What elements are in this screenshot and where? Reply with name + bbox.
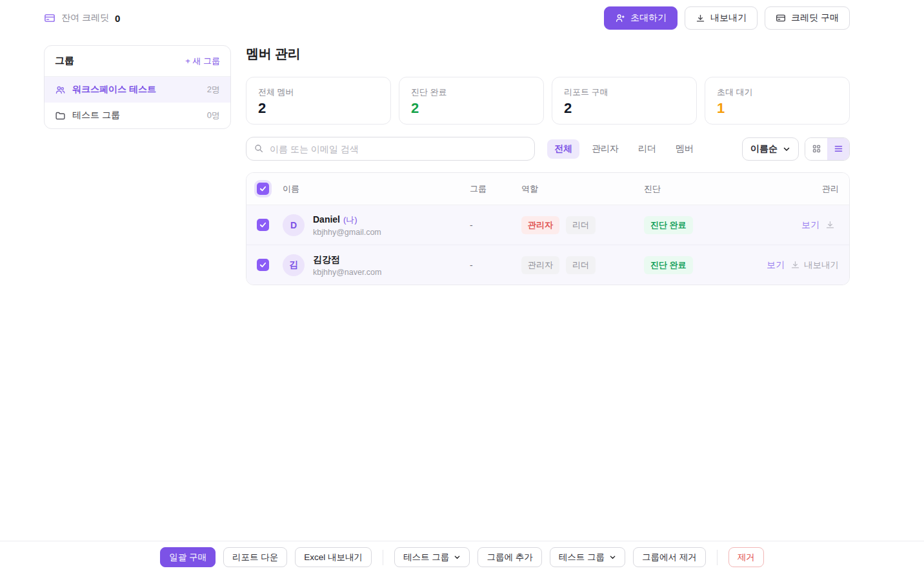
controls-right: 이름순 [742,137,850,161]
remove-from-group-button[interactable]: 그룹에서 제거 [633,547,706,567]
excel-export-button[interactable]: Excel 내보내기 [295,547,372,567]
group-select-remove[interactable]: 테스트 그룹 [550,547,625,567]
stat-card-invite-pending: 초대 대기 1 [705,77,850,125]
column-header-role: 역할 [521,183,644,195]
stat-card-total-members: 전체 멤버 2 [246,77,391,125]
sidebar-item-test-group[interactable]: 테스트 그룹 0명 [45,103,230,128]
bulk-buy-button[interactable]: 일괄 구매 [160,547,216,567]
export-button-label: 내보내기 [710,12,747,24]
credit-card-icon [776,13,786,23]
chevron-down-icon [454,554,461,561]
stat-value: 2 [411,100,532,117]
list-icon [834,144,843,154]
divider [383,550,383,565]
member-table: 이름 그룹 역할 진단 관리 D Da [246,172,850,285]
stat-value: 2 [258,100,379,117]
stat-card-diagnosis-complete: 진단 완료 2 [399,77,544,125]
page-title: 멤버 관리 [246,45,850,63]
column-header-manage: 관리 [747,183,849,195]
bulk-action-bar: 일괄 구매 리포트 다운 Excel 내보내기 테스트 그룹 그룹에 추가 테스… [0,541,924,573]
users-icon [55,85,66,96]
view-report-link[interactable]: 보기 [767,259,785,271]
filter-tab-member[interactable]: 멤버 [668,139,701,159]
export-button[interactable]: 내보내기 [685,6,758,30]
main-panel: 멤버 관리 전체 멤버 2 진단 완료 2 리포트 구매 2 초대 대기 1 [246,45,850,285]
group-sidebar: 그룹 + 새 그룹 워크스페이스 테스트 2명 테스트 그룹 [44,45,231,129]
role-badges: 관리자 리더 [521,256,644,274]
column-header-group: 그룹 [470,183,521,195]
chevron-down-icon [783,145,790,153]
role-badge-admin[interactable]: 관리자 [521,256,559,274]
buy-credit-button-label: 크레딧 구매 [791,12,839,24]
filter-tab-admin[interactable]: 관리자 [585,139,626,159]
sort-select[interactable]: 이름순 [742,137,799,161]
sort-select-value: 이름순 [750,143,778,155]
search-icon [254,143,264,154]
chevron-down-icon [609,554,616,561]
group-select-remove-value: 테스트 그룹 [559,552,605,563]
credit-card-icon [44,12,55,24]
table-row: 김 김강점 kbjhhy@naver.com - 관리자 리더 진단 완료 [246,245,849,285]
group-select-add-value: 테스트 그룹 [403,552,449,563]
role-badge-admin[interactable]: 관리자 [521,216,559,234]
stat-value: 2 [564,100,685,117]
member-name-suffix: (나) [343,215,357,225]
download-icon [825,220,835,230]
download-icon [790,260,800,270]
avatar: 김 [283,254,305,276]
grid-view-button[interactable] [805,138,827,160]
user-plus-icon [615,13,625,23]
column-header-diagnosis: 진단 [644,183,747,195]
grid-icon [812,144,821,154]
avatar: D [283,214,305,236]
diagnosis-status-badge: 진단 완료 [644,256,693,274]
report-download-button[interactable]: 리포트 다운 [223,547,287,567]
select-all-checkbox[interactable] [257,183,269,195]
view-report-link[interactable]: 보기 [801,219,819,231]
stat-label: 전체 멤버 [258,86,379,98]
invite-button[interactable]: 초대하기 [604,6,678,30]
manage-cell: 보기 내보내기 [747,259,849,271]
row-checkbox[interactable] [257,259,269,271]
table-row: D Daniel(나) kbjhhy@gmail.com - 관리자 리더 진단… [246,205,849,245]
divider [717,550,718,565]
row-export-button[interactable] [825,220,839,230]
member-name: 김강점 [313,254,340,265]
diagnosis-cell: 진단 완료 [644,256,747,274]
member-cell: D Daniel(나) kbjhhy@gmail.com [283,214,470,237]
group-member-count: 2명 [207,84,220,96]
sidebar-header: 그룹 + 새 그룹 [45,46,230,77]
topbar-actions: 초대하기 내보내기 크레딧 구매 [604,6,850,30]
buy-credit-button[interactable]: 크레딧 구매 [765,6,850,30]
row-export-button[interactable]: 내보내기 [790,259,839,271]
invite-button-label: 초대하기 [630,12,667,24]
filter-tab-leader[interactable]: 리더 [631,139,663,159]
role-badge-leader[interactable]: 리더 [566,256,596,274]
member-email: kbjhhy@gmail.com [313,228,381,237]
column-header-name: 이름 [283,183,470,195]
remove-member-button[interactable]: 제거 [728,547,764,567]
row-checkbox[interactable] [257,219,269,231]
content: 그룹 + 새 그룹 워크스페이스 테스트 2명 테스트 그룹 [0,30,924,285]
row-export-label: 내보내기 [804,259,839,271]
sidebar-item-workspace-test[interactable]: 워크스페이스 테스트 2명 [45,77,230,103]
member-name: Daniel [313,214,340,225]
group-name: 테스트 그룹 [72,110,201,121]
stat-label: 진단 완료 [411,86,532,98]
folder-icon [55,110,66,121]
credit-value: 0 [115,13,120,24]
diagnosis-cell: 진단 완료 [644,216,747,234]
group-select-add[interactable]: 테스트 그룹 [394,547,470,567]
stat-cards: 전체 멤버 2 진단 완료 2 리포트 구매 2 초대 대기 1 [246,77,850,125]
list-view-button[interactable] [827,138,849,160]
role-badges: 관리자 리더 [521,216,644,234]
download-icon [696,14,705,23]
filter-tab-all[interactable]: 전체 [547,139,579,159]
stat-card-report-purchased: 리포트 구매 2 [552,77,697,125]
page: 잔여 크레딧 0 초대하기 내보내기 [0,0,924,573]
new-group-button[interactable]: + 새 그룹 [185,55,220,67]
search-input[interactable] [246,137,535,161]
role-badge-leader[interactable]: 리더 [566,216,596,234]
add-to-group-button[interactable]: 그룹에 추가 [477,547,541,567]
list-controls: 전체 관리자 리더 멤버 이름순 [246,137,850,161]
